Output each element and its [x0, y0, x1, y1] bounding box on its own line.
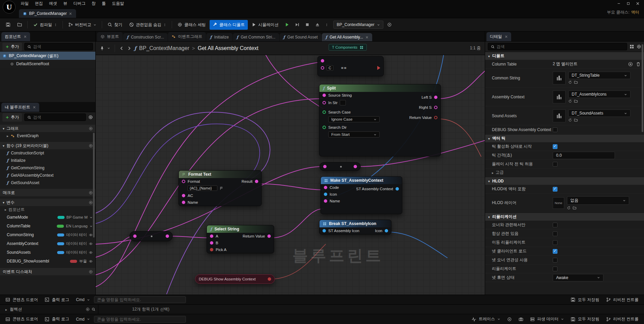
console-input-bottom[interactable]	[94, 316, 186, 323]
find-button[interactable]: 찾기	[104, 20, 125, 30]
nav-forward-icon[interactable]	[127, 46, 132, 51]
menu-edit[interactable]: 편집	[32, 0, 46, 7]
play-options-button[interactable]	[323, 22, 331, 28]
unreal-logo[interactable]: U	[3, 1, 16, 14]
section-graphs[interactable]: 그래프	[0, 125, 95, 132]
section-hlod[interactable]: HLOD	[485, 177, 644, 185]
pin-b[interactable]	[210, 241, 213, 245]
assembly-context-dropdown[interactable]: DT_AssemblyIcons	[568, 91, 630, 98]
sound-assets-dropdown[interactable]: DT_SoundAssets	[568, 109, 630, 117]
browse-icon[interactable]	[573, 206, 576, 210]
breadcrumb-root[interactable]: BP_ContextManager	[139, 45, 189, 51]
pin-string[interactable]	[321, 59, 324, 63]
node-make-st-assemblycontext[interactable]: Make ST_AssemblyContext Code Icon Name S…	[320, 176, 402, 214]
pin-in-str[interactable]	[323, 101, 326, 104]
display-filter-icon[interactable]	[629, 44, 634, 49]
add-element-icon[interactable]	[628, 62, 633, 67]
pin-return-value[interactable]	[267, 234, 271, 238]
use-selected-icon[interactable]	[567, 206, 571, 210]
in-str-field[interactable]	[340, 100, 346, 105]
pin-pick-a[interactable]	[210, 248, 213, 251]
section-actor-tick[interactable]: 액터 틱	[485, 134, 644, 142]
equals-input-field[interactable]: C	[327, 65, 333, 71]
tab-my-blueprint[interactable]: 내 블루프린트	[1, 103, 39, 112]
graph-item-eventgraph[interactable]: EventGraph	[0, 132, 95, 140]
eject-button[interactable]	[313, 21, 322, 29]
pin-name[interactable]	[324, 199, 327, 203]
output-log-button[interactable]: 출력 로그	[42, 315, 72, 323]
settings-gear-icon[interactable]	[88, 115, 93, 120]
net-dormancy-dropdown[interactable]: Awake	[553, 274, 603, 281]
function-item-constructionscript[interactable]: ConstructionScript	[0, 149, 95, 157]
pin-st-assembly-icon-in[interactable]	[323, 229, 326, 232]
trace-button[interactable]: 트레이스	[469, 315, 503, 323]
browse-icon[interactable]	[574, 118, 578, 122]
pin-source-string[interactable]	[323, 94, 326, 97]
compile-button[interactable]: 컴파일	[30, 20, 60, 30]
checkbox[interactable]	[553, 258, 557, 263]
search-case-dropdown[interactable]: Ignore Case	[328, 116, 380, 122]
graph-tab-get-all-assembly[interactable]: Get All Assembly...	[322, 33, 372, 41]
collections-label[interactable]: 컬렉션	[10, 306, 22, 312]
minimize-button[interactable]	[614, 0, 623, 6]
node-select-string[interactable]: Select String A Return Value B Pick A	[207, 225, 274, 253]
expand-icon[interactable]	[7, 133, 8, 138]
chevron-down-icon[interactable]	[90, 216, 93, 219]
common-string-dropdown[interactable]: DT_StringTable	[568, 72, 630, 79]
asset-thumbnail[interactable]	[553, 109, 566, 122]
close-icon[interactable]	[365, 36, 368, 39]
section-replication[interactable]: 리플리케이션	[485, 213, 644, 221]
menu-view[interactable]: 뷰	[60, 0, 70, 7]
my-blueprint-search-input[interactable]	[33, 115, 83, 120]
output-log-button[interactable]: 출력 로그	[42, 296, 72, 304]
all-saved-button[interactable]: 모두 저장됨	[568, 315, 602, 323]
stop-button[interactable]	[303, 21, 312, 29]
details-settings-icon[interactable]	[637, 44, 641, 49]
graph-tab-get-common-string[interactable]: Get Common Stri...	[233, 33, 279, 41]
insights-button[interactable]	[504, 316, 515, 323]
bookmark-pin-icon[interactable]	[100, 46, 104, 51]
pin-search-case[interactable]	[323, 110, 326, 114]
add-component-button[interactable]: 추가	[2, 43, 22, 51]
add-dispatcher-icon[interactable]	[89, 270, 93, 274]
pin-left-s[interactable]	[434, 96, 437, 99]
add-collection-icon[interactable]	[86, 307, 90, 311]
class-defaults-button[interactable]: 클래스 디폴트	[210, 20, 248, 30]
pin-format[interactable]	[182, 180, 185, 183]
checkbox[interactable]	[553, 267, 557, 271]
diff-button[interactable]: 버전비교	[65, 20, 99, 30]
graph-canvas[interactable]: 블루프린트 C == Split Source String In Str	[96, 55, 485, 295]
checkbox[interactable]	[553, 231, 557, 236]
add-function-icon[interactable]	[89, 144, 93, 148]
variable-soundassets[interactable]: SoundAssets 데이터 테이	[0, 248, 95, 257]
hlod-layer-dropdown[interactable]: 없음	[567, 196, 629, 205]
variable-group-components[interactable]: 컴포넌트	[0, 206, 95, 213]
pin-name[interactable]	[182, 201, 185, 204]
play-button[interactable]	[282, 21, 292, 29]
variable-commonstring[interactable]: CommonString 데이터 테이	[0, 230, 95, 239]
derived-data-button[interactable]: 파생 데이터	[527, 315, 567, 323]
my-blueprint-scrollbar[interactable]	[93, 133, 95, 238]
function-item-getcommonstring[interactable]: GetCommonString	[0, 164, 95, 172]
details-search[interactable]	[488, 43, 627, 50]
chevron-down-icon[interactable]	[90, 225, 93, 228]
chevron-down-icon[interactable]	[107, 47, 110, 50]
frame-skip-button[interactable]	[292, 21, 302, 29]
checkbox[interactable]	[553, 249, 557, 254]
details-scrollbar[interactable]	[642, 44, 643, 132]
pin-icon[interactable]	[324, 193, 327, 196]
pin-in[interactable]	[323, 165, 327, 168]
expand-icon[interactable]	[5, 307, 7, 312]
nav-back-icon[interactable]	[119, 46, 124, 51]
tick-interval-field[interactable]: 0.0	[553, 152, 615, 159]
eye-icon[interactable]	[89, 251, 93, 254]
add-blueprint-item-button[interactable]: 추가	[2, 113, 22, 122]
doc-tab-bp-contextmanager[interactable]: BP_ContextManager	[19, 9, 76, 18]
pin-string[interactable]	[321, 66, 324, 70]
revision-control-button[interactable]: 리비전 컨트롤	[603, 296, 641, 304]
pin-exec-out[interactable]	[377, 66, 380, 70]
maximize-button[interactable]	[624, 0, 633, 6]
eye-icon[interactable]	[89, 259, 93, 263]
pin-st-assembly-context-out[interactable]	[396, 187, 399, 191]
checkbox[interactable]	[553, 187, 557, 192]
